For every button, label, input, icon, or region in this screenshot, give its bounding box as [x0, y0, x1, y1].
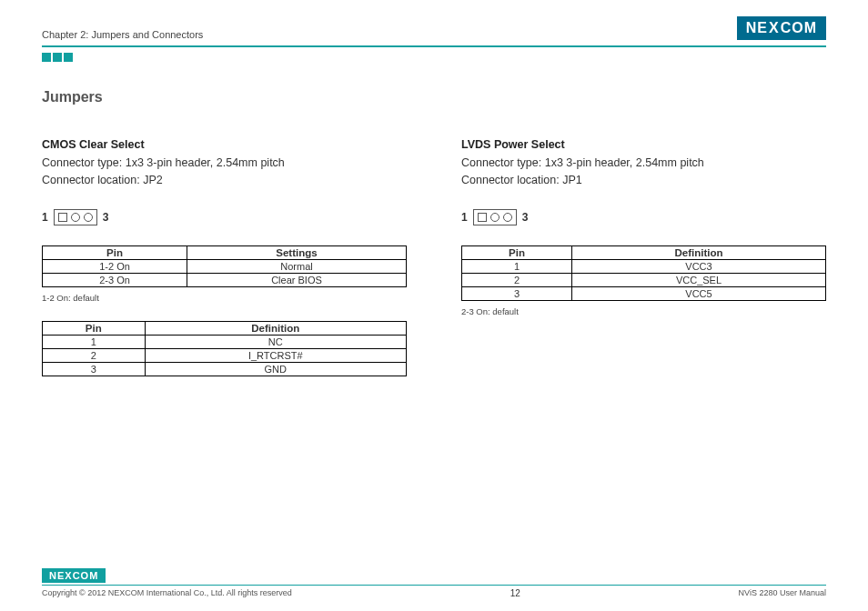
- cmos-conn-type: Connector type: 1x3 3-pin header, 2.54mm…: [42, 155, 407, 172]
- table-row: 1 NC: [43, 335, 407, 348]
- table-row: 2 VCC_SEL: [462, 273, 826, 286]
- cmos-title: CMOS Clear Select: [42, 138, 407, 151]
- th-definition: Definition: [145, 321, 406, 335]
- table-row: 2 I_RTCRST#: [43, 348, 407, 362]
- diagram-right-num: 3: [522, 211, 529, 224]
- manual-name: NViS 2280 User Manual: [739, 588, 826, 598]
- table-row: 1-2 On Normal: [43, 259, 407, 273]
- diagram-left-num: 1: [461, 211, 468, 224]
- th-definition: Definition: [571, 245, 825, 259]
- pin-2-icon: [490, 213, 500, 222]
- cmos-definition-table: Pin Definition 1 NC 2 I_RTCRST# 3 GND: [42, 321, 407, 376]
- footer-logo: NEXCOM: [42, 568, 106, 583]
- lvds-conn-type: Connector type: 1x3 3-pin header, 2.54mm…: [461, 155, 826, 172]
- table-row: 3 GND: [43, 362, 407, 376]
- header-logo: NEXCOM: [737, 16, 826, 40]
- table-row: 2-3 On Clear BIOS: [43, 273, 407, 286]
- lvds-pin-diagram: 1 3: [461, 209, 826, 225]
- copyright-text: Copyright © 2012 NEXCOM International Co…: [42, 588, 292, 598]
- footer-rule: [42, 585, 826, 586]
- left-column: CMOS Clear Select Connector type: 1x3 3-…: [42, 138, 407, 382]
- header-rule: [42, 45, 826, 47]
- lvds-definition-table: Pin Definition 1 VCC3 2 VCC_SEL 3 VCC5: [461, 245, 826, 301]
- pin-1-icon: [478, 213, 487, 222]
- table-row: 1 VCC3: [462, 259, 826, 273]
- lvds-conn-loc: Connector location: JP1: [461, 172, 826, 189]
- page-footer: NEXCOM Copyright © 2012 NEXCOM Internati…: [42, 568, 826, 599]
- lvds-default-note: 2-3 On: default: [461, 306, 826, 316]
- th-pin: Pin: [43, 321, 146, 335]
- cmos-default-note: 1-2 On: default: [42, 293, 407, 303]
- diagram-left-num: 1: [42, 211, 48, 224]
- diagram-right-num: 3: [103, 211, 109, 224]
- cmos-settings-table: Pin Settings 1-2 On Normal 2-3 On Clear …: [42, 245, 407, 287]
- decorative-squares: [42, 53, 826, 62]
- pin-3-icon: [84, 213, 93, 222]
- right-column: LVDS Power Select Connector type: 1x3 3-…: [461, 138, 826, 382]
- pin-2-icon: [71, 213, 80, 222]
- pin-body: [54, 209, 97, 225]
- cmos-conn-loc: Connector location: JP2: [42, 172, 407, 189]
- page-number: 12: [510, 588, 520, 598]
- table-row: 3 VCC5: [462, 286, 826, 300]
- th-settings: Settings: [187, 245, 406, 259]
- pin-1-icon: [58, 213, 67, 222]
- cmos-pin-diagram: 1 3: [42, 209, 407, 225]
- pin-body: [473, 209, 517, 225]
- th-pin: Pin: [43, 245, 187, 259]
- chapter-title: Chapter 2: Jumpers and Connectors: [42, 29, 203, 40]
- section-title: Jumpers: [42, 89, 826, 105]
- th-pin: Pin: [462, 245, 572, 259]
- pin-3-icon: [503, 213, 512, 222]
- lvds-title: LVDS Power Select: [461, 138, 826, 151]
